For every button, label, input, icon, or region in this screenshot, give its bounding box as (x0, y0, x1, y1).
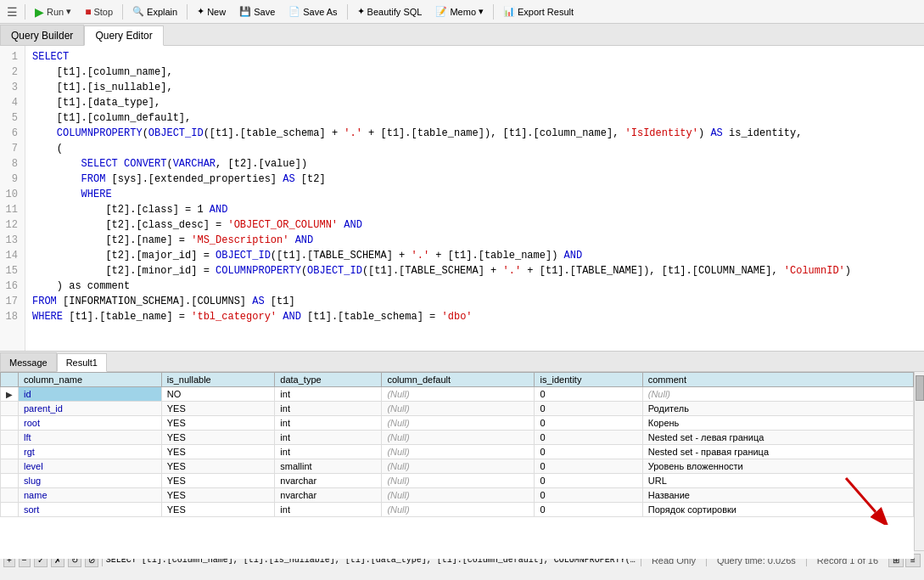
editor-tabs: Query Builder Query Editor (0, 24, 924, 46)
saveas-button[interactable]: 📄 Save As (283, 3, 343, 21)
export-icon: 📊 (503, 6, 515, 17)
saveas-label: Save As (303, 7, 337, 17)
stop-button[interactable]: ■ Stop (79, 3, 119, 21)
export-button[interactable]: 📊 Export Result (497, 3, 580, 21)
editor-area: 123456789101112131415161718 SELECT [t1].… (0, 46, 924, 352)
results-table-area[interactable]: column_nameis_nullabledata_typecolumn_de… (0, 372, 914, 559)
memo-dropdown-icon: ▾ (479, 6, 484, 17)
memo-button[interactable]: 📝 Memo ▾ (429, 3, 490, 21)
main-content: 123456789101112131415161718 SELECT [t1].… (0, 46, 924, 580)
col-header-comment: comment (642, 373, 913, 387)
run-dropdown-icon: ▾ (66, 6, 71, 17)
beautify-button[interactable]: ✦ Beautify SQL (351, 3, 428, 21)
memo-icon: 📝 (435, 6, 447, 17)
tab-query-editor[interactable]: Query Editor (84, 25, 163, 46)
tab-query-builder[interactable]: Query Builder (0, 25, 84, 45)
table-row[interactable]: rgtYESint(Null)0Nested set - правая гран… (1, 445, 914, 459)
vertical-scrollbar[interactable] (914, 372, 924, 550)
save-button[interactable]: 💾 Save (233, 3, 281, 21)
results-table: column_nameis_nullabledata_typecolumn_de… (0, 372, 914, 517)
save-label: Save (254, 7, 275, 17)
explain-label: Explain (147, 7, 177, 17)
explain-button[interactable]: 🔍 Explain (126, 3, 183, 21)
memo-label: Memo (450, 7, 476, 17)
table-row[interactable]: ▶idNOint(Null)0(Null) (1, 387, 914, 402)
arrow-indicator (837, 474, 888, 525)
new-button[interactable]: ✦ New (191, 3, 232, 21)
beautify-icon: ✦ (357, 6, 365, 17)
results-with-scrollbar: column_nameis_nullabledata_typecolumn_de… (0, 372, 924, 550)
tab-result1[interactable]: Result1 (57, 353, 107, 372)
svg-line-1 (846, 478, 876, 512)
stop-icon: ■ (85, 6, 91, 18)
table-body: ▶idNOint(Null)0(Null)parent_idYESint(Nul… (1, 387, 914, 517)
saveas-icon: 📄 (288, 6, 300, 17)
code-editor[interactable]: SELECT [t1].[column_name], [t1].[is_null… (25, 46, 924, 351)
hamburger-icon[interactable]: ☰ (3, 3, 21, 20)
table-header-row: column_nameis_nullabledata_typecolumn_de… (1, 373, 914, 387)
table-row[interactable]: parent_idYESint(Null)0Родитель (1, 402, 914, 416)
tab-message[interactable]: Message (0, 352, 57, 371)
line-numbers: 123456789101112131415161718 (0, 46, 25, 351)
new-icon: ✦ (197, 6, 204, 17)
run-button[interactable]: ▶ Run ▾ (29, 3, 77, 21)
table-row[interactable]: lftYESint(Null)0Nested set - левая грани… (1, 431, 914, 445)
explain-icon: 🔍 (132, 6, 144, 17)
results-container: Message Result1 column_nameis_nullableda… (0, 352, 924, 580)
run-label: Run (47, 7, 64, 17)
col-header-column_default: column_default (382, 373, 535, 387)
scrollbar-thumb[interactable] (916, 375, 924, 401)
stop-label: Stop (93, 7, 113, 17)
export-label: Export Result (518, 7, 574, 17)
table-row[interactable]: slugYESnvarchar(Null)0URL (1, 474, 914, 488)
col-header-is_nullable: is_nullable (161, 373, 275, 387)
table-row[interactable]: nameYESnvarchar(Null)0Название (1, 488, 914, 503)
col-header-is_identity: is_identity (535, 373, 642, 387)
beautify-label: Beautify SQL (367, 7, 423, 17)
table-row[interactable]: sortYESint(Null)0Порядок сортировки (1, 503, 914, 517)
table-row[interactable]: rootYESint(Null)0Корень (1, 416, 914, 431)
new-label: New (207, 7, 226, 17)
bottom-tabs: Message Result1 (0, 352, 924, 372)
col-header-column_name: column_name (19, 373, 162, 387)
toolbar: ☰ ▶ Run ▾ ■ Stop 🔍 Explain ✦ New 💾 Save … (0, 0, 924, 24)
col-header-data_type: data_type (275, 373, 382, 387)
table-row[interactable]: levelYESsmallint(Null)0Уровень вложеннос… (1, 459, 914, 474)
run-icon: ▶ (35, 5, 44, 19)
save-icon: 💾 (239, 6, 251, 17)
